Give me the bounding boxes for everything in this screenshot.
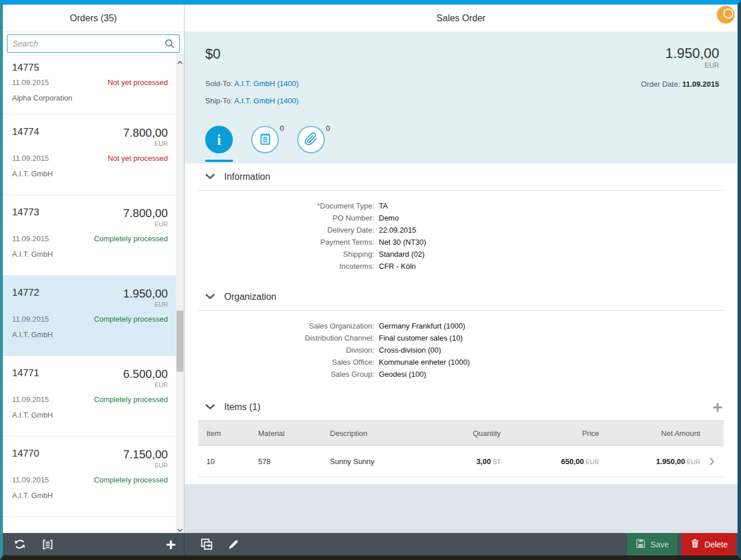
field-label: Shipping: bbox=[185, 250, 374, 258]
order-status: Completely processed bbox=[94, 476, 168, 484]
sold-to-link[interactable]: A.I.T. GmbH (1400) bbox=[235, 79, 299, 88]
object-title: $0 bbox=[205, 46, 221, 62]
order-date: 11.09.2015 bbox=[12, 154, 49, 163]
sold-to-row: Sold-To: A.I.T. GmbH (1400) bbox=[205, 79, 299, 88]
detail-title: Sales Order bbox=[436, 13, 485, 23]
delete-button[interactable]: Delete bbox=[682, 533, 736, 555]
field-label: Delivery Date: bbox=[185, 226, 374, 234]
total-amount: 1.950,00 bbox=[666, 46, 719, 61]
search-input[interactable] bbox=[7, 34, 180, 53]
section-information-header[interactable]: Information bbox=[198, 164, 724, 191]
section-information-title: Information bbox=[224, 172, 270, 182]
field-value: Final customer sales (10) bbox=[379, 334, 463, 342]
field-label: Incoterms: bbox=[185, 262, 374, 271]
chevron-down-icon[interactable] bbox=[205, 293, 215, 302]
edit-pencil-icon[interactable] bbox=[227, 538, 240, 551]
orders-list: 14775 11.09.2015 Not yet processed Alpha… bbox=[3, 55, 184, 533]
order-id: 14774 bbox=[12, 126, 39, 138]
chevron-down-icon[interactable] bbox=[205, 403, 215, 412]
field-value: Standard (02) bbox=[379, 250, 425, 258]
field-label: Division: bbox=[185, 346, 374, 354]
order-list-item[interactable]: 14775 11.09.2015 Not yet processed Alpha… bbox=[3, 55, 176, 115]
order-date-row: Order Date: 11.09.2015 bbox=[641, 80, 719, 88]
section-organization-header[interactable]: Organization bbox=[198, 284, 724, 311]
cell-item: 10 bbox=[198, 457, 250, 466]
chevron-right-icon[interactable] bbox=[700, 457, 724, 466]
field-value: CFR - Köln bbox=[379, 262, 416, 271]
total-currency: EUR bbox=[666, 61, 719, 69]
order-currency: EUR bbox=[12, 221, 168, 229]
attachments-count-badge: 0 bbox=[326, 124, 330, 133]
order-list-item-selected[interactable]: 14772 1.950,00 EUR 11.09.2015 Completely… bbox=[3, 276, 176, 356]
section-items-header[interactable]: Items (1) + bbox=[198, 394, 724, 420]
app-window: Orders (35) 14775 bbox=[0, 0, 741, 560]
column-header: Net Amount bbox=[599, 429, 700, 438]
notepad-icon bbox=[258, 132, 272, 148]
section-items-title: Items (1) bbox=[224, 402, 260, 412]
avatar[interactable] bbox=[717, 6, 735, 24]
order-list-item[interactable]: 14771 6.500,00 EUR 11.09.2015 Completely… bbox=[3, 356, 176, 437]
sales-order-detail-panel: Sales Order $0 1.950,00 EUR Sold-To: A.I… bbox=[185, 5, 738, 533]
order-amount: 7.800,00 bbox=[123, 126, 168, 140]
ship-to-link[interactable]: A.I.T. GmbH (1400) bbox=[235, 96, 299, 105]
order-currency: EUR bbox=[12, 381, 168, 389]
tab-information[interactable]: i bbox=[205, 126, 233, 153]
field-value: Germany Frankfurt (1000) bbox=[379, 322, 465, 330]
order-list-item[interactable]: 14774 7.800,00 EUR 11.09.2015 Not yet pr… bbox=[3, 115, 176, 195]
column-header: Description bbox=[322, 429, 425, 438]
footer-toolbar: + bbox=[3, 533, 738, 555]
order-date-label: Order Date: bbox=[641, 80, 680, 88]
scroll-up-icon[interactable] bbox=[177, 58, 183, 63]
order-date: 11.09.2015 bbox=[12, 234, 49, 243]
split-app: Orders (35) 14775 bbox=[3, 5, 738, 533]
order-status: Completely processed bbox=[94, 395, 168, 404]
field-value: Cross-division (00) bbox=[379, 346, 441, 354]
item-table-row[interactable]: 10 578 Sunny Sunny 3,00ST 650,00EUR 1.95… bbox=[198, 446, 724, 477]
order-id: 14771 bbox=[12, 368, 39, 379]
scroll-down-icon[interactable] bbox=[177, 526, 183, 530]
field-value: Net 30 (NT30) bbox=[379, 238, 426, 246]
order-id: 14773 bbox=[12, 207, 39, 218]
field-value: 22.09.2015 bbox=[379, 226, 416, 234]
order-list-item[interactable]: 14770 7.150,00 EUR 11.09.2015 Completely… bbox=[3, 437, 176, 517]
column-header: Material bbox=[250, 429, 322, 438]
order-company: A.I.T. GmbH bbox=[12, 411, 168, 419]
refresh-icon[interactable] bbox=[13, 538, 26, 551]
field-value: Demo bbox=[379, 214, 399, 222]
column-header: Quantity bbox=[425, 429, 501, 438]
order-status: Not yet processed bbox=[107, 154, 168, 163]
copy-icon[interactable] bbox=[200, 538, 213, 551]
add-item-icon[interactable]: + bbox=[712, 399, 723, 416]
order-status: Completely processed bbox=[94, 234, 168, 243]
field-label: PO Number: bbox=[185, 214, 374, 222]
save-button[interactable]: Save bbox=[627, 533, 677, 555]
order-currency: EUR bbox=[12, 140, 168, 148]
information-form: *Document Type: TA PO Number: Demo Deliv… bbox=[185, 191, 738, 284]
order-list-item[interactable]: 14773 7.800,00 EUR 11.09.2015 Completely… bbox=[3, 195, 176, 276]
order-currency: EUR bbox=[12, 301, 168, 309]
field-label: Sales Office: bbox=[185, 358, 374, 366]
order-id: 14770 bbox=[12, 448, 39, 459]
order-company: Alpha Corporation bbox=[12, 94, 168, 102]
multiselect-list-icon[interactable] bbox=[41, 538, 54, 551]
section-organization-title: Organization bbox=[224, 292, 277, 302]
add-order-icon[interactable]: + bbox=[162, 536, 179, 553]
object-header: $0 1.950,00 EUR Sold-To: A.I.T. GmbH (14… bbox=[185, 32, 738, 164]
tab-attachments[interactable]: 0 bbox=[297, 126, 325, 153]
order-company: A.I.T. GmbH bbox=[12, 250, 168, 258]
order-date: 11.09.2015 bbox=[12, 476, 49, 484]
order-amount: 6.500,00 bbox=[123, 368, 168, 381]
chevron-down-icon[interactable] bbox=[205, 173, 215, 181]
notes-count-badge: 0 bbox=[280, 124, 284, 133]
list-scrollbar[interactable] bbox=[176, 55, 184, 533]
save-icon bbox=[635, 538, 646, 551]
scrollbar-thumb[interactable] bbox=[176, 311, 183, 372]
search-icon[interactable] bbox=[164, 38, 175, 51]
cell-net-amount: 1.950,00EUR bbox=[599, 457, 700, 466]
tab-notes[interactable]: 0 bbox=[251, 126, 279, 153]
items-table-header: Item Material Description Quantity Price… bbox=[198, 420, 724, 446]
order-currency: EUR bbox=[12, 462, 168, 470]
field-label: Sales Group: bbox=[185, 370, 374, 379]
search-bar bbox=[3, 32, 184, 55]
orders-panel-title: Orders (35) bbox=[3, 5, 184, 32]
